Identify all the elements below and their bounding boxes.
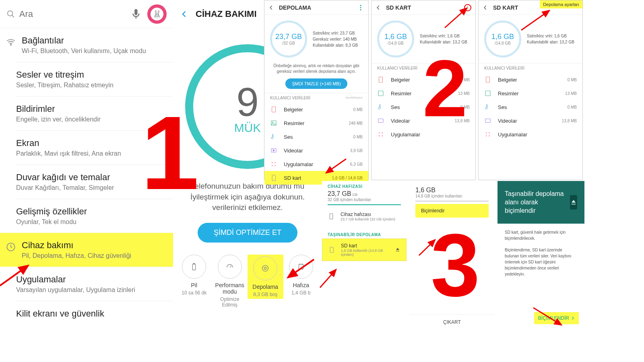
cat-documents[interactable]: Belgeler0 MB: [479, 73, 582, 86]
cat-documents[interactable]: Belgeler0 MB: [372, 73, 475, 86]
svg-rect-41: [485, 119, 490, 123]
phone-icon: [328, 213, 335, 220]
settings-item-sounds[interactable]: Sesler ve titreşimSesler, Titreşim, Raha…: [16, 62, 173, 96]
svg-point-24: [275, 162, 276, 163]
search-input[interactable]: [19, 9, 130, 19]
memory-icon: [297, 262, 305, 271]
back-icon[interactable]: [268, 5, 274, 10]
audio-icon: [484, 103, 491, 111]
settings-item-lock[interactable]: Kilit ekranı ve güvenlik: [16, 301, 173, 326]
cat-videos[interactable]: Videolar13,8 MB: [479, 114, 582, 128]
video-icon: [484, 117, 491, 124]
format-confirm-panel: Taşınabilir depolama alanı olarak biçiml…: [497, 181, 584, 330]
svg-point-42: [486, 132, 487, 134]
sd-icon: [328, 246, 335, 253]
sd-eject-icon: [570, 195, 577, 210]
bottom-tiles: Pil 10 sa 56 dk Performans modu Optimize…: [176, 255, 319, 308]
doc-icon: [270, 106, 277, 113]
settings-item-advanced[interactable]: Gelişmiş özelliklerOyunlar, Tek el modu: [16, 199, 173, 233]
item-sub: Wi-Fi, Bluetooth, Veri kullanımı, Uçak m…: [22, 47, 146, 55]
storage-panel: DEPOLAMA 23,7 GB /32 GB Sstm/klnc vrlri:…: [264, 0, 369, 180]
apps-icon: [270, 160, 277, 168]
optimize-button[interactable]: ŞİMDİ OPTİMİZE ET: [198, 223, 297, 243]
cat-images[interactable]: Resimler13 MB: [479, 86, 582, 100]
cat-apps[interactable]: Uygulamalar6,3 GB: [264, 157, 368, 171]
teal-header: Taşınabilir depolama alanı olarak biçiml…: [497, 181, 584, 224]
svg-point-30: [467, 8, 468, 9]
settings-item-notifications[interactable]: BildirimlerEngelle, izin ver, önceliklen…: [16, 96, 173, 130]
device-care-icon: [6, 242, 16, 252]
tile-storage[interactable]: Depolama 8,3 GB boş: [248, 255, 283, 308]
back-icon[interactable]: [376, 5, 381, 10]
svg-point-8: [262, 265, 268, 271]
image-icon: [377, 90, 384, 97]
svg-rect-32: [378, 91, 383, 96]
cat-audio[interactable]: Ses0 MB: [264, 130, 368, 144]
profile-avatar[interactable]: 🐰: [147, 4, 167, 24]
settings-panel: 🐰 BağlantılarWi-Fi, Bluetooth, Veri kull…: [0, 0, 173, 362]
device-storage-row[interactable]: Cihaz hafızası23,7 GB kullanıldı (32 GB …: [322, 208, 407, 225]
video-icon: [270, 147, 277, 154]
cat-audio[interactable]: Ses0 MB: [479, 100, 582, 114]
svg-point-18: [360, 9, 361, 10]
cat-documents[interactable]: Belgeler0 MB: [264, 103, 368, 116]
svg-rect-10: [299, 264, 303, 269]
video-icon: [377, 117, 384, 124]
more-icon[interactable]: [464, 4, 471, 11]
apps-icon: [484, 131, 491, 138]
page-title: CİHAZ BAKIMI: [196, 9, 257, 19]
tile-performance[interactable]: Performans modu Optimize Edilmiş: [212, 255, 248, 308]
svg-point-34: [379, 132, 380, 134]
sdcard-panel-menu: SD KART Depolama ayarları 1,6 GB/14,8 GB…: [478, 0, 583, 180]
doc-icon: [484, 76, 491, 83]
cat-videos[interactable]: Videolar13,8 MB: [372, 114, 475, 128]
sdcard-panel: SD KART 1,6 GB/14,8 GB Sstm/klnc vrlri: …: [371, 0, 476, 180]
svg-rect-39: [486, 77, 490, 82]
svg-point-23: [272, 162, 273, 163]
svg-point-17: [360, 7, 361, 8]
svg-line-7: [230, 266, 231, 267]
settings-item-connections[interactable]: BağlantılarWi-Fi, Bluetooth, Veri kullan…: [0, 28, 173, 62]
svg-rect-6: [193, 263, 195, 264]
back-icon[interactable]: [180, 10, 188, 18]
image-icon: [270, 119, 277, 127]
back-icon[interactable]: [483, 5, 488, 10]
settings-item-device-care[interactable]: Cihaz bakımıPil, Depolama, Hafıza, Cihaz…: [0, 233, 173, 267]
svg-point-45: [489, 135, 490, 136]
tile-memory[interactable]: Hafıza 1,4 GB b: [283, 255, 319, 308]
mic-icon[interactable]: [130, 8, 142, 20]
score-value: 9: [236, 79, 259, 125]
svg-rect-19: [272, 107, 276, 112]
cat-images[interactable]: Resimler248 MB: [264, 116, 368, 130]
page-title: DEPOLAMA: [279, 4, 357, 11]
more-icon[interactable]: [357, 4, 364, 11]
doc-icon: [377, 76, 384, 83]
cat-images[interactable]: Resimler13 MB: [372, 86, 475, 100]
svg-point-9: [264, 267, 267, 269]
search-icon: [6, 10, 15, 19]
svg-point-28: [467, 6, 468, 6]
eject-button[interactable]: ÇIKART: [410, 314, 494, 330]
tile-battery[interactable]: Pil 10 sa 56 dk: [176, 255, 212, 308]
cat-apps[interactable]: Uygulamalar: [479, 128, 582, 141]
svg-point-44: [486, 135, 487, 136]
cat-audio[interactable]: Ses0 MB: [372, 100, 475, 114]
eject-icon[interactable]: [395, 247, 400, 253]
cat-apps[interactable]: Uygulamalar: [372, 128, 475, 141]
clean-note: Önbelleğe alınmış, artık ve reklam dosya…: [264, 63, 368, 74]
sd-card-row[interactable]: SD kart1,6 GB kullanıldı (14,8 GB içinde…: [322, 239, 407, 261]
format-button[interactable]: BİÇİMLENDİR: [534, 312, 579, 324]
settings-item-display[interactable]: EkranParlaklık, Mavi ışık filtresi, Ana …: [16, 130, 173, 165]
clean-now-button[interactable]: ŞMDİ TMZLE (+140 MB): [285, 78, 347, 89]
arrow-annotation: [417, 237, 441, 257]
menu-storage-settings[interactable]: Depolama ayarları: [540, 0, 582, 8]
sd-icon: [270, 174, 277, 181]
svg-point-26: [275, 165, 276, 166]
format-row[interactable]: Biçimlendir: [415, 204, 489, 218]
settings-item-wallpaper[interactable]: Duvar kağıdı ve temalarDuvar Kağıtları, …: [16, 165, 173, 199]
battery-icon: [190, 262, 198, 271]
settings-item-apps[interactable]: UygulamalarVarsayılan uygulamalar, Uygul…: [16, 267, 173, 301]
cat-videos[interactable]: Videolar3,9 GB: [264, 144, 368, 157]
svg-rect-33: [378, 119, 383, 123]
svg-point-16: [360, 5, 361, 6]
